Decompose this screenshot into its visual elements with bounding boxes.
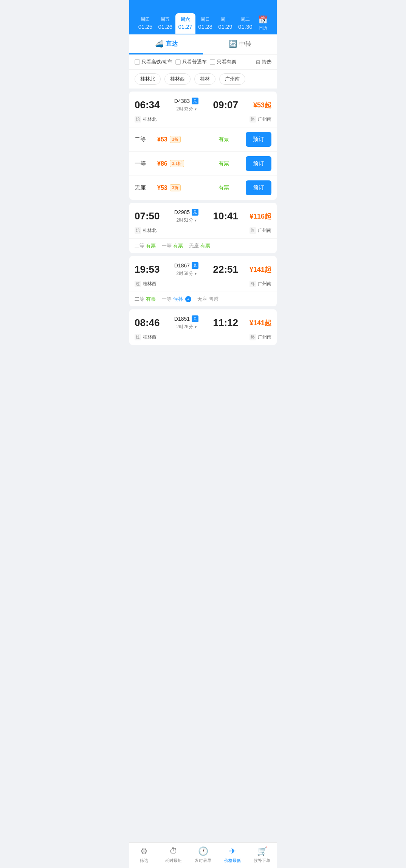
date-tab-sun[interactable]: 周日01.28 [195,13,215,34]
header-top [135,5,271,8]
header: 周四01.25周五01.26周六01.27周日01.28周一01.29周二01.… [129,0,277,34]
ticket-availability: 有票 [201,136,246,143]
ticket-compact-item: 无座 售罄 [197,296,218,303]
depart-time: 19:53 [135,264,161,275]
nav-item-fastest[interactable]: ⏱耗时最短 [159,843,188,868]
train-number: D1867 兑 [174,262,198,269]
price-from: ¥116起 [249,213,271,220]
date-tab-mon[interactable]: 周一01.29 [215,13,236,34]
train-number: D4383 兑 [174,98,198,104]
date-tab-fri[interactable]: 周五01.26 [155,13,175,34]
depart-station: 始 桂林北 [135,116,161,123]
price-from: ¥141起 [249,319,271,327]
ticket-availability: 有票 [201,185,246,191]
station-row: 始 桂林北 终 广州南 [129,116,277,127]
ticket-price: ¥53 [157,185,167,191]
train-card-d4383: 06:34 D4383 兑 2时33分 ▾ 09:07 ¥53起 始 桂林北 终… [129,92,277,200]
train-number: D2985 兑 [174,209,198,216]
filter-check[interactable]: 只看普通车 [175,59,207,65]
price-from: ¥53起 [253,101,271,109]
station-chip-gzn[interactable]: 广州南 [219,73,245,85]
train-summary[interactable]: 19:53 D1867 兑 2时58分 ▾ 22:51 ¥141起 [129,256,277,281]
ticket-price: ¥86 [157,160,167,167]
station-chip-glx[interactable]: 桂林西 [164,73,191,85]
ticket-row: 无座 ¥53 3折 有票 预订 [129,176,277,200]
train-summary[interactable]: 06:34 D4383 兑 2时33分 ▾ 09:07 ¥53起 [129,92,277,116]
book-button[interactable]: 预订 [246,156,271,171]
ticket-price: ¥53 [157,136,167,143]
discount-badge: 3折 [170,184,181,191]
exchange-icon: 兑 [192,262,198,269]
ticket-compact-item: 一等 候补+ [162,296,191,303]
duration: 2时58分 ▾ [176,270,196,277]
train-summary[interactable]: 07:50 D2985 兑 2时51分 ▾ 10:41 ¥116起 [129,203,277,227]
ticket-rows: 二等 ¥53 3折 有票 预订 一等 ¥86 3.1折 有票 预订 无座 ¥53 [129,127,277,200]
arrive-station: 终 广州南 [245,334,271,340]
duration: 2时33分 ▾ [176,106,196,112]
duration: 2时51分 ▾ [176,217,196,224]
station-row: 过 桂林西 终 广州南 [129,334,277,345]
more-button[interactable] [265,5,271,8]
depart-time: 06:34 [135,99,161,111]
arrive-time: 10:41 [212,210,238,222]
discount-badge: 3.1折 [170,160,184,167]
calendar-button[interactable]: 📅日历 [255,12,271,34]
ticket-compact: 二等 有票一等 候补+无座 售罄 [129,292,277,306]
nav-item-cheapest[interactable]: ✈价格最低 [218,843,247,868]
price-col: ¥116起 [241,212,271,221]
filter-button[interactable]: ⊟筛选 [256,59,271,65]
train-number: D1851 兑 [174,315,198,322]
ticket-availability: 有票 [201,160,246,167]
depart-time: 07:50 [135,210,161,222]
ticket-compact-item: 二等 有票 [135,242,156,249]
exchange-icon: 兑 [192,209,198,216]
ticket-compact: 二等 有票一等 有票无座 有票 [129,238,277,253]
station-row: 过 桂林西 终 广州南 [129,281,277,292]
train-card-d1851: 08:46 D1851 兑 2时26分 ▾ 11:12 ¥141起 过 桂林西 … [129,309,277,345]
exchange-icon: 兑 [192,315,198,322]
filter-bar: 只看高铁/动车只看普通车只看有票⊟筛选 [129,55,277,70]
ticket-compact-item: 二等 有票 [135,296,156,303]
mode-tab-transfer[interactable]: 🔄中转 [203,34,277,54]
filter-check[interactable]: 只看高铁/动车 [135,59,172,65]
book-button[interactable]: 预订 [246,180,271,195]
ticket-compact-item: 一等 有票 [162,242,183,249]
exchange-icon: 兑 [192,98,198,104]
price-col: ¥53起 [241,101,271,110]
train-card-d1867: 19:53 D1867 兑 2时58分 ▾ 22:51 ¥141起 过 桂林西 … [129,256,277,306]
train-list: 06:34 D4383 兑 2时33分 ▾ 09:07 ¥53起 始 桂林北 终… [129,92,277,345]
train-summary[interactable]: 08:46 D1851 兑 2时26分 ▾ 11:12 ¥141起 [129,309,277,334]
arrive-time: 11:12 [212,317,238,329]
back-button[interactable] [135,5,141,8]
depart-time: 08:46 [135,317,161,329]
nav-item-filter[interactable]: ⚙筛选 [129,843,159,868]
nav-item-earliest[interactable]: 🕐发时最早 [188,843,218,868]
ticket-row: 一等 ¥86 3.1折 有票 预订 [129,152,277,176]
station-row: 始 桂林北 终 广州南 [129,227,277,238]
mode-tabs: 🚄直达🔄中转 [129,34,277,55]
date-tab-thu[interactable]: 周四01.25 [135,13,155,34]
arrive-station: 终 广州南 [245,281,271,287]
arrive-time: 09:07 [212,99,238,111]
depart-station: 始 桂林北 [135,227,161,234]
station-chip-glb[interactable]: 桂林北 [135,73,161,85]
depart-station: 过 桂林西 [135,334,161,340]
book-button[interactable]: 预订 [246,132,271,147]
price-col: ¥141起 [241,318,271,328]
mode-tab-direct[interactable]: 🚄直达 [129,34,203,54]
filter-check[interactable]: 只看有票 [210,59,236,65]
duration: 2时26分 ▾ [176,324,196,330]
station-chip-gl[interactable]: 桂林 [194,73,215,85]
date-tab-tue[interactable]: 周二01.30 [235,13,255,34]
date-tab-sat[interactable]: 周六01.27 [175,13,195,34]
station-filter: 桂林北桂林西桂林广州南 [129,70,277,92]
depart-station: 过 桂林西 [135,281,161,287]
price-col: ¥141起 [241,265,271,274]
date-tabs: 周四01.25周五01.26周六01.27周日01.28周一01.29周二01.… [135,12,271,34]
arrive-station: 终 广州南 [245,116,271,123]
bottom-nav: ⚙筛选⏱耗时最短🕐发时最早✈价格最低🛒候补下单 [129,842,277,868]
arrive-station: 终 广州南 [245,227,271,234]
nav-item-waitlist[interactable]: 🛒候补下单 [247,843,277,868]
ticket-compact-item: 无座 有票 [189,242,210,249]
train-card-d2985: 07:50 D2985 兑 2时51分 ▾ 10:41 ¥116起 始 桂林北 … [129,203,277,253]
